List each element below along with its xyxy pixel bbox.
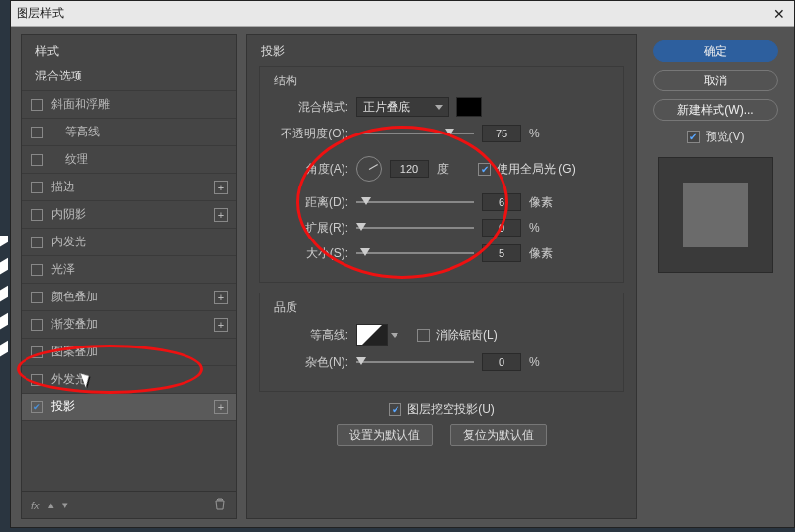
style-checkbox[interactable] <box>31 374 43 386</box>
blend-mode-select[interactable]: 正片叠底 <box>356 97 449 117</box>
new-style-button[interactable]: 新建样式(W)... <box>653 99 778 121</box>
noise-unit: % <box>529 355 556 369</box>
angle-label: 角度(A): <box>272 161 348 178</box>
reset-default-button[interactable]: 复位为默认值 <box>450 424 547 446</box>
style-item-label: 纹理 <box>65 151 228 168</box>
style-item[interactable]: 光泽 <box>22 256 236 284</box>
distance-slider[interactable] <box>356 195 474 209</box>
style-item-label: 等高线 <box>65 124 228 140</box>
layer-style-dialog: 图层样式 ✕ 样式 混合选项 斜面和浮雕等高线纹理描边+内阴影+内发光光泽颜色叠… <box>10 0 795 528</box>
preview-swatch <box>683 183 748 247</box>
blend-mode-label: 混合模式: <box>272 99 348 116</box>
global-light-checkbox[interactable] <box>478 163 491 176</box>
knockout-checkbox[interactable] <box>389 403 401 416</box>
action-panel: 确定 取消 新建样式(W)... 预览(V) <box>647 34 784 519</box>
angle-dial[interactable] <box>356 156 382 182</box>
style-item-label: 内发光 <box>51 234 228 250</box>
style-item[interactable]: 颜色叠加+ <box>22 284 236 311</box>
ok-button[interactable]: 确定 <box>653 40 778 62</box>
titlebar: 图层样式 ✕ <box>11 1 794 27</box>
size-input[interactable]: 5 <box>482 244 521 262</box>
size-unit: 像素 <box>529 245 556 262</box>
distance-label: 距离(D): <box>272 194 348 211</box>
contour-picker[interactable] <box>356 324 388 346</box>
fx-menu[interactable]: fx <box>31 500 40 511</box>
spread-label: 扩展(R): <box>272 220 348 237</box>
contour-label: 等高线: <box>272 327 348 344</box>
style-item-label: 描边 <box>51 179 214 195</box>
cancel-button[interactable]: 取消 <box>653 70 778 91</box>
style-checkbox[interactable] <box>31 401 43 413</box>
shadow-color-swatch[interactable] <box>456 97 482 117</box>
style-checkbox[interactable] <box>31 99 43 111</box>
add-effect-icon[interactable]: + <box>214 400 228 414</box>
blend-options[interactable]: 混合选项 <box>22 64 236 91</box>
preview-box <box>658 157 773 273</box>
style-item-label: 外发光 <box>51 371 228 388</box>
style-item[interactable]: 图案叠加 <box>22 339 236 366</box>
dialog-title: 图层样式 <box>17 5 64 22</box>
noise-input[interactable]: 0 <box>482 353 521 371</box>
style-checkbox[interactable] <box>31 127 43 138</box>
size-label: 大小(S): <box>272 245 348 262</box>
style-item[interactable]: 渐变叠加+ <box>22 311 236 339</box>
style-item[interactable]: 纹理 <box>22 146 236 174</box>
opacity-input[interactable]: 75 <box>482 125 521 142</box>
style-item[interactable]: 投影+ <box>22 394 236 421</box>
spread-slider[interactable] <box>356 221 474 235</box>
opacity-label: 不透明度(O): <box>272 126 348 142</box>
style-checkbox[interactable] <box>31 346 43 358</box>
style-checkbox[interactable] <box>31 182 43 193</box>
style-item[interactable]: 内发光 <box>22 229 236 256</box>
add-effect-icon[interactable]: + <box>214 318 228 332</box>
styles-header[interactable]: 样式 <box>22 35 236 64</box>
noise-label: 杂色(N): <box>272 354 348 371</box>
style-list: 斜面和浮雕等高线纹理描边+内阴影+内发光光泽颜色叠加+渐变叠加+图案叠加外发光投… <box>22 91 236 491</box>
opacity-unit: % <box>529 127 556 140</box>
style-checkbox[interactable] <box>31 237 43 248</box>
spread-input[interactable]: 0 <box>482 219 521 237</box>
global-light-label: 使用全局光 (G) <box>497 161 576 178</box>
style-item[interactable]: 等高线 <box>22 119 236 146</box>
add-effect-icon[interactable]: + <box>214 181 228 194</box>
opacity-slider[interactable] <box>356 127 474 140</box>
angle-input[interactable]: 120 <box>390 160 429 178</box>
distance-unit: 像素 <box>529 194 556 211</box>
style-item[interactable]: 内阴影+ <box>22 201 236 229</box>
style-tools: fx ▴ ▾ <box>22 491 236 518</box>
style-checkbox[interactable] <box>31 292 43 303</box>
add-effect-icon[interactable]: + <box>214 291 228 304</box>
structure-group: 结构 混合模式: 正片叠底 不透明度(O): 75 % 角度(A): 120 <box>259 66 624 283</box>
style-checkbox[interactable] <box>31 319 43 331</box>
style-item-label: 投影 <box>51 399 214 415</box>
style-item[interactable]: 斜面和浮雕 <box>22 91 236 119</box>
style-checkbox[interactable] <box>31 154 43 166</box>
structure-legend: 结构 <box>274 73 611 89</box>
style-item-label: 光泽 <box>51 261 228 278</box>
styles-panel: 样式 混合选项 斜面和浮雕等高线纹理描边+内阴影+内发光光泽颜色叠加+渐变叠加+… <box>21 34 237 519</box>
style-checkbox[interactable] <box>31 209 43 221</box>
style-item-label: 颜色叠加 <box>51 289 214 305</box>
preview-label: 预览(V) <box>706 129 745 145</box>
trash-icon[interactable] <box>214 498 226 512</box>
move-down-icon[interactable]: ▾ <box>62 499 68 511</box>
effect-title: 投影 <box>259 41 624 66</box>
quality-group: 品质 等高线: 消除锯齿(L) 杂色(N): 0 % <box>259 293 624 392</box>
antialias-checkbox[interactable] <box>417 329 430 342</box>
style-item-label: 图案叠加 <box>51 344 228 360</box>
style-item-label: 斜面和浮雕 <box>51 96 228 113</box>
add-effect-icon[interactable]: + <box>214 208 228 222</box>
style-item[interactable]: 描边+ <box>22 174 236 201</box>
size-slider[interactable] <box>356 246 474 260</box>
preview-checkbox[interactable] <box>687 131 700 143</box>
style-item-label: 渐变叠加 <box>51 316 214 333</box>
angle-unit: 度 <box>437 161 464 178</box>
noise-slider[interactable] <box>356 355 474 369</box>
style-checkbox[interactable] <box>31 264 43 276</box>
spread-unit: % <box>529 221 556 235</box>
distance-input[interactable]: 6 <box>482 193 521 211</box>
style-item[interactable]: 外发光 <box>22 366 236 394</box>
move-up-icon[interactable]: ▴ <box>48 499 54 511</box>
set-default-button[interactable]: 设置为默认值 <box>337 424 433 446</box>
close-button[interactable]: ✕ <box>770 5 788 23</box>
